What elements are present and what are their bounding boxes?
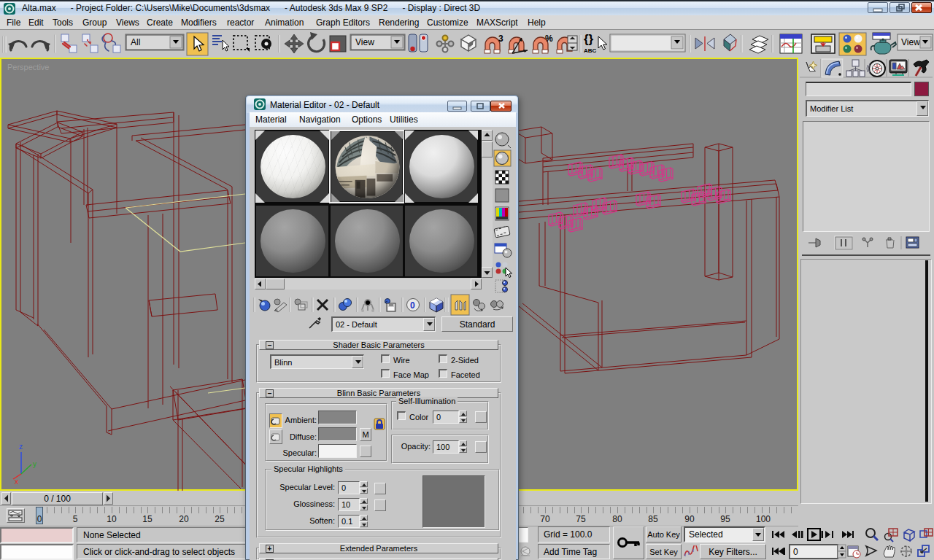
svg-text:%: % <box>545 34 553 44</box>
svg-text:3: 3 <box>498 34 503 44</box>
svg-text:All: All <box>131 37 140 47</box>
svg-text:ABC: ABC <box>584 47 597 54</box>
svg-text:z: z <box>19 443 23 451</box>
svg-text:0: 0 <box>793 547 798 557</box>
svg-text:View: View <box>355 37 374 47</box>
svg-text:View: View <box>901 37 920 47</box>
svg-text:0: 0 <box>410 300 415 311</box>
svg-text:x: x <box>15 478 18 486</box>
svg-text:{}: {} <box>584 32 594 46</box>
svg-text:y: y <box>33 460 36 468</box>
